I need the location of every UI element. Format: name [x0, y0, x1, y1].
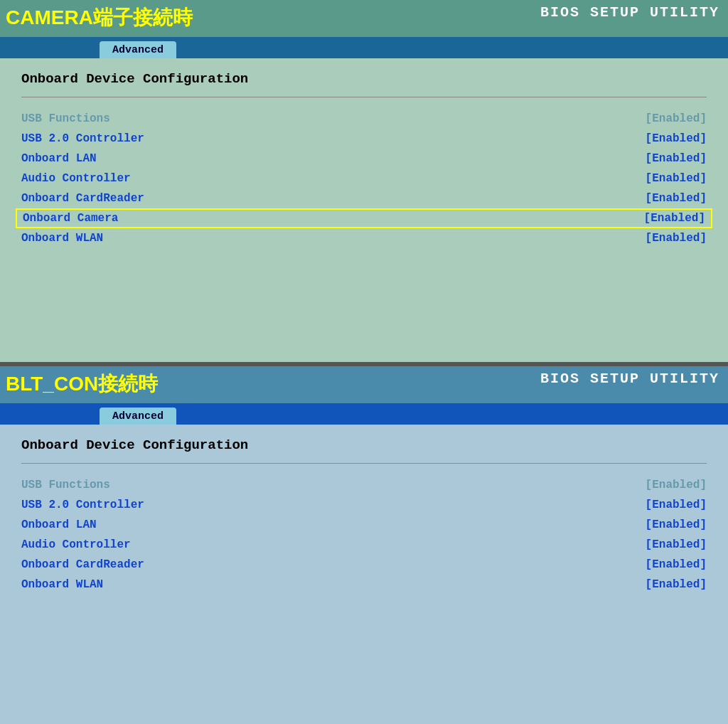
bottom-row-wlan[interactable]: Onboard WLAN [Enabled] — [21, 575, 707, 595]
bottom-row-wlan-name: Onboard WLAN — [21, 578, 103, 591]
top-annotation: CAMERA端子接続時 — [6, 4, 193, 31]
bottom-row-audio-name: Audio Controller — [21, 538, 131, 551]
bottom-row-cardreader-value: [Enabled] — [646, 558, 707, 571]
top-row-camera[interactable]: Onboard Camera [Enabled] — [16, 208, 712, 228]
bottom-row-lan-name: Onboard LAN — [21, 518, 97, 531]
bottom-row-usb-functions[interactable]: USB Functions [Enabled] — [21, 475, 707, 495]
top-row-lan[interactable]: Onboard LAN [Enabled] — [21, 149, 707, 169]
top-row-lan-name: Onboard LAN — [21, 152, 97, 165]
bottom-row-wlan-value: [Enabled] — [646, 578, 707, 591]
top-row-audio-name: Audio Controller — [21, 172, 131, 185]
main-container: CAMERA端子接続時 BIOS SETUP UTILITY Advanced … — [0, 0, 728, 724]
top-row-usb-functions-value: [Enabled] — [646, 112, 707, 125]
bottom-row-cardreader-name: Onboard CardReader — [21, 558, 144, 571]
top-bios-content: Onboard Device Configuration USB Functio… — [0, 58, 728, 362]
bottom-row-cardreader[interactable]: Onboard CardReader [Enabled] — [21, 555, 707, 575]
top-row-wlan-name: Onboard WLAN — [21, 232, 103, 245]
bottom-row-usb2[interactable]: USB 2.0 Controller [Enabled] — [21, 495, 707, 515]
top-row-camera-name: Onboard Camera — [23, 212, 118, 225]
bottom-section-title: Onboard Device Configuration — [21, 437, 707, 453]
bottom-bios-label: BIOS SETUP UTILITY — [540, 371, 719, 387]
top-section-title: Onboard Device Configuration — [21, 71, 707, 87]
bottom-row-usb2-value: [Enabled] — [646, 499, 707, 511]
top-bios-label: BIOS SETUP UTILITY — [540, 4, 719, 21]
bottom-row-lan[interactable]: Onboard LAN [Enabled] — [21, 515, 707, 535]
top-row-audio-value: [Enabled] — [646, 172, 707, 185]
bottom-row-lan-value: [Enabled] — [646, 518, 707, 531]
bottom-bios-content: Onboard Device Configuration USB Functio… — [0, 425, 728, 724]
top-row-lan-value: [Enabled] — [646, 152, 707, 165]
top-divider — [21, 97, 707, 97]
top-row-usb2-value: [Enabled] — [646, 132, 707, 145]
top-panel: CAMERA端子接続時 BIOS SETUP UTILITY Advanced … — [0, 0, 728, 362]
bottom-divider — [21, 463, 707, 464]
bottom-tab-bar: Advanced — [0, 403, 728, 425]
top-row-usb2-name: USB 2.0 Controller — [21, 132, 144, 145]
top-row-cardreader-value: [Enabled] — [646, 192, 707, 205]
bottom-row-audio[interactable]: Audio Controller [Enabled] — [21, 535, 707, 555]
top-tab-advanced[interactable]: Advanced — [100, 41, 176, 58]
top-row-audio[interactable]: Audio Controller [Enabled] — [21, 169, 707, 188]
top-row-usb2[interactable]: USB 2.0 Controller [Enabled] — [21, 129, 707, 149]
top-row-camera-value: [Enabled] — [644, 212, 705, 225]
top-row-cardreader[interactable]: Onboard CardReader [Enabled] — [21, 188, 707, 208]
top-bios-table: USB Functions [Enabled] USB 2.0 Controll… — [21, 109, 707, 248]
bottom-bios-table: USB Functions [Enabled] USB 2.0 Controll… — [21, 475, 707, 595]
bottom-row-usb-functions-name: USB Functions — [21, 479, 110, 491]
bottom-row-usb2-name: USB 2.0 Controller — [21, 499, 144, 511]
top-row-cardreader-name: Onboard CardReader — [21, 192, 144, 205]
bottom-annotation: BLT_CON接続時 — [6, 371, 158, 398]
bottom-row-usb-functions-value: [Enabled] — [646, 479, 707, 491]
top-row-usb-functions-name: USB Functions — [21, 112, 110, 125]
top-row-wlan[interactable]: Onboard WLAN [Enabled] — [21, 228, 707, 248]
bottom-row-audio-value: [Enabled] — [646, 538, 707, 551]
top-row-usb-functions[interactable]: USB Functions [Enabled] — [21, 109, 707, 129]
bottom-tab-advanced[interactable]: Advanced — [100, 408, 176, 425]
bottom-panel: BLT_CON接続時 BIOS SETUP UTILITY Advanced O… — [0, 366, 728, 724]
top-row-wlan-value: [Enabled] — [646, 232, 707, 245]
top-tab-bar: Advanced — [0, 37, 728, 58]
